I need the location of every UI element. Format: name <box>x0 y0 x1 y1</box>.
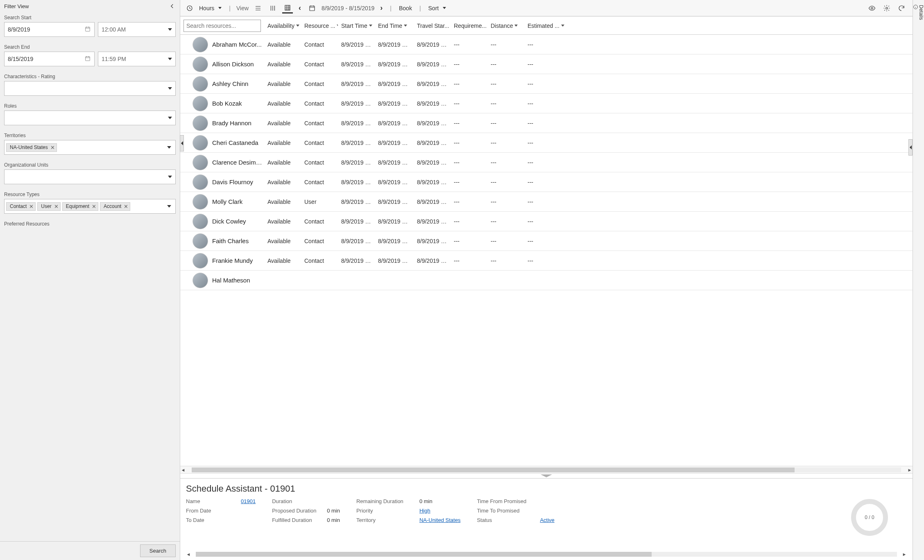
search-end-date[interactable]: 8/15/2019 <box>4 52 95 66</box>
table-row[interactable]: Dick Cowley Available Contact 8/9/2019 1… <box>180 212 913 231</box>
avatar <box>192 174 208 190</box>
cell-travel-start: 8/9/2019 1... <box>414 61 451 68</box>
scroll-left-icon[interactable]: ◄ <box>180 467 186 472</box>
grid-view-button[interactable] <box>282 2 293 14</box>
cell-end-time: 8/9/2019 5:... <box>375 120 414 126</box>
name-link[interactable]: 01901 <box>241 498 256 504</box>
search-start-date[interactable]: 8/9/2019 <box>4 22 95 37</box>
refresh-button[interactable] <box>896 3 907 14</box>
next-button[interactable]: › <box>378 4 384 12</box>
time-from-promised-label: Time From Promised <box>477 498 530 504</box>
scroll-right-icon[interactable]: ► <box>907 467 913 472</box>
table-row[interactable]: Faith Charles Available Contact 8/9/2019… <box>180 231 913 251</box>
grid-body[interactable]: Abraham McCor... Available Contact 8/9/2… <box>180 35 913 466</box>
avatar <box>192 115 208 131</box>
list-view-button[interactable] <box>253 3 263 14</box>
cell-end-time: 8/9/2019 5:... <box>375 81 414 87</box>
split-handle[interactable] <box>180 473 913 478</box>
cell-availability: Available <box>264 199 301 205</box>
search-end-time[interactable]: 11:59 PM <box>98 52 176 66</box>
remove-chip-icon[interactable]: ✕ <box>92 203 96 210</box>
col-requirement[interactable]: Requireme... <box>451 23 487 29</box>
col-distance[interactable]: Distance <box>487 23 524 29</box>
col-travel-start[interactable]: Travel Star... <box>414 23 451 29</box>
remaining-duration-label: Remaining Duration <box>356 498 410 504</box>
avatar <box>192 273 208 288</box>
territories-select[interactable]: NA-United States✕ <box>4 140 176 155</box>
table-row[interactable]: Ashley Chinn Available Contact 8/9/2019 … <box>180 74 913 94</box>
roles-select[interactable] <box>4 111 176 125</box>
territory-label: Territory <box>356 517 410 523</box>
table-row[interactable]: Cheri Castaneda Available Contact 8/9/20… <box>180 133 913 153</box>
svg-rect-3 <box>285 5 290 10</box>
remove-chip-icon[interactable]: ✕ <box>29 203 34 210</box>
cell-travel-start: 8/9/2019 1... <box>414 140 451 146</box>
cell-distance: --- <box>487 81 524 87</box>
cell-travel-start: 8/9/2019 1... <box>414 257 451 264</box>
cell-estimated: --- <box>524 61 569 68</box>
grid-hscroll[interactable]: ◄ ► <box>180 466 913 473</box>
search-start-time[interactable]: 12:00 AM <box>98 22 176 37</box>
scroll-left-icon[interactable]: ◄ <box>186 552 191 557</box>
remove-chip-icon[interactable]: ✕ <box>124 203 128 210</box>
search-button[interactable]: Search <box>140 544 176 557</box>
cell-availability: Available <box>264 81 301 87</box>
remove-chip-icon[interactable]: ✕ <box>54 203 59 210</box>
priority-link[interactable]: High <box>419 508 430 514</box>
org-units-select[interactable] <box>4 169 176 184</box>
resource-types-select[interactable]: Contact✕User✕Equipment✕Account✕ <box>4 199 176 214</box>
remove-chip-icon[interactable]: ✕ <box>50 145 55 151</box>
settings-button[interactable] <box>881 3 892 14</box>
details-collapse-handle[interactable] <box>908 139 913 156</box>
to-date-label: To Date <box>186 517 231 523</box>
prev-button[interactable]: ‹ <box>297 4 303 12</box>
cell-resource-type: Contact <box>301 81 338 87</box>
territories-label: Territories <box>4 133 176 138</box>
filter-collapse-handle[interactable] <box>180 135 184 151</box>
table-row[interactable]: Hal Matheson <box>180 271 913 290</box>
col-availability[interactable]: Availability <box>264 23 301 29</box>
chip[interactable]: Equipment✕ <box>62 202 98 211</box>
status-link[interactable]: Active <box>540 517 554 523</box>
chip[interactable]: NA-United States✕ <box>6 143 57 152</box>
sort-dropdown[interactable]: Sort <box>427 3 448 13</box>
collapse-filter-icon[interactable] <box>168 2 176 10</box>
chip[interactable]: User✕ <box>37 202 60 211</box>
table-row[interactable]: Davis Flournoy Available Contact 8/9/201… <box>180 172 913 192</box>
table-row[interactable]: Brady Hannon Available Contact 8/9/2019 … <box>180 113 913 133</box>
scroll-right-icon[interactable]: ► <box>902 552 907 557</box>
cell-requirement: --- <box>451 41 487 48</box>
table-row[interactable]: Frankie Mundy Available Contact 8/9/2019… <box>180 251 913 271</box>
view-label: View <box>236 5 249 11</box>
details-tab[interactable]: Details <box>913 0 924 560</box>
col-end-time[interactable]: End Time <box>375 23 414 29</box>
column-view-button[interactable] <box>267 3 278 14</box>
hours-dropdown[interactable]: Hours <box>197 3 223 13</box>
date-range: 8/9/2019 - 8/15/2019 <box>322 5 374 11</box>
scroll-thumb[interactable] <box>196 552 652 557</box>
chip[interactable]: Account✕ <box>100 202 130 211</box>
col-resource-type[interactable]: Resource ... <box>301 23 338 29</box>
eye-button[interactable] <box>867 3 877 14</box>
scroll-thumb[interactable] <box>192 467 795 472</box>
table-row[interactable]: Abraham McCor... Available Contact 8/9/2… <box>180 35 913 54</box>
proposed-duration-label: Proposed Duration <box>272 508 317 514</box>
characteristics-label: Characteristics - Rating <box>4 74 176 79</box>
table-row[interactable]: Clarence Desimo... Available Contact 8/9… <box>180 153 913 172</box>
col-start-time[interactable]: Start Time <box>338 23 375 29</box>
calendar-button[interactable] <box>307 3 317 14</box>
chip[interactable]: Contact✕ <box>6 202 36 211</box>
cell-availability: Available <box>264 120 301 126</box>
cell-requirement: --- <box>451 120 487 126</box>
table-row[interactable]: Bob Kozak Available Contact 8/9/2019 1..… <box>180 94 913 113</box>
territory-link[interactable]: NA-United States <box>419 517 460 523</box>
col-estimated[interactable]: Estimated ... <box>524 23 569 29</box>
table-row[interactable]: Molly Clark Available User 8/9/2019 1...… <box>180 192 913 212</box>
search-resources-input[interactable] <box>183 20 261 32</box>
table-row[interactable]: Allison Dickson Available Contact 8/9/20… <box>180 54 913 74</box>
characteristics-select[interactable] <box>4 81 176 96</box>
book-button[interactable]: Book <box>397 3 414 13</box>
chevron-down-icon <box>168 87 172 90</box>
calendar-icon <box>84 55 91 63</box>
bottom-hscroll[interactable]: ◄ ► <box>186 551 907 558</box>
